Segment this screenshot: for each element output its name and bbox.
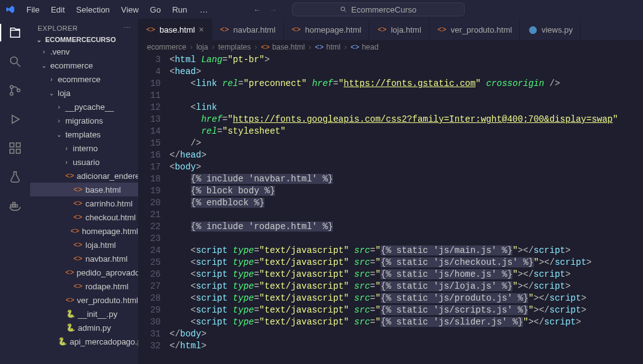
extensions-icon[interactable] <box>6 139 24 157</box>
file-item[interactable]: <>rodape.html <box>30 279 138 293</box>
explorer-more-icon[interactable]: ⋯ <box>124 24 131 32</box>
code-line[interactable]: rel="stylesheet" <box>170 126 643 137</box>
nav-back-icon[interactable]: ← <box>253 5 261 14</box>
file-item[interactable]: <>homepage.html <box>30 224 138 238</box>
menu-overflow[interactable]: … <box>195 3 213 17</box>
line-number: 27 <box>138 281 161 292</box>
html-file-icon: <> <box>65 296 74 304</box>
file-item[interactable]: 🐍__init__.py <box>30 307 138 321</box>
file-item[interactable]: 🐍admin.py <box>30 321 138 335</box>
code-line[interactable]: {% include 'navbar.html' %} <box>170 173 643 185</box>
menu-run[interactable]: Run <box>167 3 192 17</box>
explorer-icon[interactable] <box>6 24 24 41</box>
code-editor[interactable]: 3410111213141516171819202122232425262728… <box>138 54 643 364</box>
folder-item[interactable]: ›migrations <box>30 114 138 127</box>
tab-views-py[interactable]: ⬤views.py <box>520 19 581 40</box>
menu-edit[interactable]: Edit <box>46 3 70 17</box>
file-item[interactable]: <>loja.html <box>30 238 138 252</box>
folder-item[interactable]: ⌄ecommerce <box>30 58 138 72</box>
breadcrumb-item[interactable]: <>base.html <box>261 43 305 51</box>
folder-item[interactable]: ›interno <box>30 141 138 155</box>
code-line[interactable]: <script type="text/javascript" src="{% s… <box>170 269 643 281</box>
code-line[interactable]: <script type="text/javascript" src="{% s… <box>170 257 643 269</box>
file-item[interactable]: <>ver_produto.html <box>30 293 138 307</box>
breadcrumb-label: base.html <box>272 43 305 51</box>
code-line[interactable] <box>170 90 643 102</box>
code-line[interactable] <box>170 233 643 245</box>
source-control-icon[interactable] <box>6 82 24 99</box>
tree-item-label: checkout.html <box>85 213 136 222</box>
file-item[interactable]: <>pedido_aprovado... <box>30 265 138 279</box>
code-line[interactable]: </body> <box>170 328 643 340</box>
tab-homepage-html[interactable]: <>homepage.html <box>284 19 370 40</box>
close-icon[interactable]: × <box>198 24 203 35</box>
folder-item[interactable]: ⌄loja <box>30 86 138 100</box>
run-debug-icon[interactable] <box>6 110 24 128</box>
project-root[interactable]: ⌄ ECOMMERCECURSO <box>30 35 138 45</box>
code-line[interactable]: <link <box>170 102 643 114</box>
breadcrumb-item[interactable]: loja <box>197 43 208 51</box>
breadcrumb-item[interactable]: <>html <box>315 43 340 51</box>
tab-base-html[interactable]: <>base.html× <box>138 19 212 40</box>
testing-icon[interactable] <box>6 168 24 186</box>
svg-rect-9 <box>16 143 20 147</box>
breadcrumbs[interactable]: ecommerce›loja›templates›<>base.html›<>h… <box>138 40 643 54</box>
breadcrumb-item[interactable]: <>head <box>350 43 379 51</box>
nav-forward-icon[interactable]: → <box>269 5 277 14</box>
code-line[interactable]: </head> <box>170 149 643 161</box>
tab-ver_produto-html[interactable]: <>ver_produto.html <box>430 19 521 40</box>
file-item[interactable]: <>base.html <box>30 183 138 196</box>
file-item[interactable]: <>checkout.html <box>30 210 138 224</box>
breadcrumb-label: templates <box>218 43 251 51</box>
chevron-down-icon: ⌄ <box>55 131 63 138</box>
command-center[interactable]: EcommerceCurso <box>292 3 465 16</box>
menu-selection[interactable]: Selection <box>71 3 114 17</box>
file-item[interactable]: 🐍api_mercadopago.py <box>30 335 138 348</box>
python-file-icon: 🐍 <box>65 323 75 332</box>
code-line[interactable]: <html Lang="pt-br"> <box>170 54 643 66</box>
code-line[interactable]: <script type="text/javascript" src="{% s… <box>170 245 643 257</box>
code-line[interactable]: </html> <box>170 340 643 352</box>
line-number: 32 <box>138 340 161 352</box>
line-number: 16 <box>138 149 161 161</box>
docker-icon[interactable] <box>6 197 24 215</box>
tree-item-label: ecommerce <box>58 75 100 84</box>
html-file-icon: <> <box>220 25 230 34</box>
menu-file[interactable]: File <box>21 3 45 17</box>
svg-marker-7 <box>12 115 19 124</box>
folder-item[interactable]: ⌄templates <box>30 127 138 141</box>
menu-view[interactable]: View <box>116 3 144 17</box>
html-file-icon: <> <box>73 185 83 194</box>
folder-item[interactable]: ›.venv <box>30 45 138 58</box>
code-line[interactable]: /> <box>170 137 643 149</box>
folder-item[interactable]: ›ecommerce <box>30 72 138 86</box>
folder-item[interactable]: ›__pycache__ <box>30 100 138 114</box>
search-activity-icon[interactable] <box>6 53 24 70</box>
code-line[interactable]: {% include 'rodape.html' %} <box>170 221 643 233</box>
code-line[interactable]: <script type="text/javascript" src="{% s… <box>170 316 643 328</box>
file-item[interactable]: <>navbar.html <box>30 252 138 265</box>
code-line[interactable] <box>170 209 643 221</box>
code-line[interactable]: <script type="text/javascript" src="{% s… <box>170 281 643 292</box>
tab-loja-html[interactable]: <>loja.html <box>369 19 429 40</box>
code-line[interactable]: href="https://fonts.googleapis.com/css2?… <box>170 114 643 126</box>
code-line[interactable]: <head> <box>170 66 643 78</box>
code-body[interactable]: <html Lang="pt-br"><head> <link rel="pre… <box>170 54 643 364</box>
tree-item-label: homepage.html <box>82 227 138 236</box>
svg-point-0 <box>341 7 345 11</box>
code-line[interactable]: {% block body %} <box>170 185 643 197</box>
code-line[interactable]: <body> <box>170 161 643 173</box>
file-item[interactable]: <>adicionar_endere... <box>30 169 138 183</box>
menu-go[interactable]: Go <box>145 3 166 17</box>
breadcrumb-item[interactable]: ecommerce <box>147 43 186 51</box>
breadcrumb-item[interactable]: templates <box>218 43 251 51</box>
folder-item[interactable]: ›usuario <box>30 155 138 169</box>
tab-navbar-html[interactable]: <>navbar.html <box>212 19 284 40</box>
code-line[interactable]: {% endblock %} <box>170 197 643 209</box>
html-file-icon: <> <box>437 25 447 34</box>
code-line[interactable]: <script type="text/javascript" src="{% s… <box>170 304 643 316</box>
code-line[interactable]: <script type="text/javascript" src="{% s… <box>170 292 643 304</box>
file-item[interactable]: <>carrinho.html <box>30 196 138 210</box>
code-line[interactable]: <link rel="preconnect" href="https://fon… <box>170 78 643 90</box>
tree-item-label: admin.py <box>78 323 111 333</box>
